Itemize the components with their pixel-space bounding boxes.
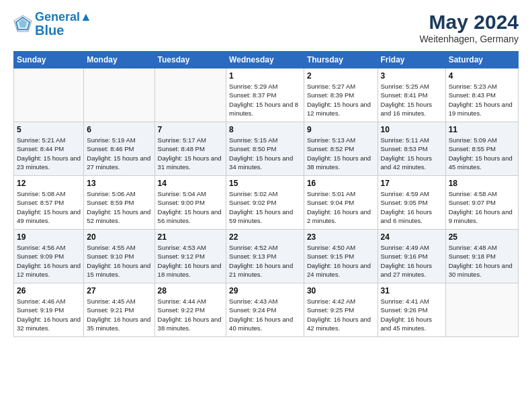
day-cell: 27Sunrise: 4:45 AMSunset: 9:21 PMDayligh… [84, 283, 154, 337]
main-title: May 2024 [419, 11, 519, 34]
day-number: 8 [229, 125, 301, 134]
day-number: 23 [307, 232, 375, 242]
day-number: 17 [381, 179, 443, 188]
day-info: Sunrise: 4:50 AMSunset: 9:15 PMDaylight:… [307, 243, 375, 279]
day-info: Sunrise: 5:08 AMSunset: 8:57 PMDaylight:… [17, 189, 81, 225]
page: General▲ Blue May 2024 Weitenhagen, Germ… [0, 0, 532, 348]
day-cell: 13Sunrise: 5:06 AMSunset: 8:59 PMDayligh… [84, 176, 154, 230]
day-info: Sunrise: 4:45 AMSunset: 9:21 PMDaylight:… [87, 297, 151, 332]
day-cell: 19Sunrise: 4:56 AMSunset: 9:09 PMDayligh… [14, 230, 84, 283]
header-row: SundayMondayTuesdayWednesdayThursdayFrid… [14, 52, 519, 68]
day-cell [154, 68, 226, 122]
day-info: Sunrise: 5:15 AMSunset: 8:50 PMDaylight:… [229, 136, 301, 171]
day-number: 11 [449, 125, 515, 134]
header-cell-friday: Friday [378, 52, 445, 68]
day-info: Sunrise: 5:13 AMSunset: 8:52 PMDaylight:… [307, 136, 375, 171]
day-number: 2 [307, 71, 375, 81]
day-info: Sunrise: 5:21 AMSunset: 8:44 PMDaylight:… [17, 136, 81, 171]
day-number: 19 [17, 232, 81, 242]
day-cell [84, 68, 154, 122]
week-row-4: 19Sunrise: 4:56 AMSunset: 9:09 PMDayligh… [14, 230, 519, 283]
day-cell: 3Sunrise: 5:25 AMSunset: 8:41 PMDaylight… [378, 68, 445, 122]
day-cell: 10Sunrise: 5:11 AMSunset: 8:53 PMDayligh… [378, 122, 445, 176]
day-cell: 12Sunrise: 5:08 AMSunset: 8:57 PMDayligh… [14, 176, 84, 230]
day-cell: 15Sunrise: 5:02 AMSunset: 9:02 PMDayligh… [226, 176, 304, 230]
day-cell: 25Sunrise: 4:48 AMSunset: 9:18 PMDayligh… [445, 230, 518, 283]
day-cell: 7Sunrise: 5:17 AMSunset: 8:48 PMDaylight… [154, 122, 226, 176]
logo-blue: Blue [35, 23, 92, 38]
day-cell: 8Sunrise: 5:15 AMSunset: 8:50 PMDaylight… [226, 122, 304, 176]
day-number: 6 [87, 125, 151, 134]
day-cell: 9Sunrise: 5:13 AMSunset: 8:52 PMDaylight… [304, 122, 378, 176]
header-cell-thursday: Thursday [304, 52, 378, 68]
day-cell: 4Sunrise: 5:23 AMSunset: 8:43 PMDaylight… [445, 68, 518, 122]
day-number: 29 [229, 286, 301, 295]
day-number: 27 [87, 286, 151, 295]
day-number: 28 [158, 286, 224, 295]
day-info: Sunrise: 4:53 AMSunset: 9:12 PMDaylight:… [158, 243, 224, 279]
day-cell [14, 68, 84, 122]
day-info: Sunrise: 4:56 AMSunset: 9:09 PMDaylight:… [17, 243, 81, 279]
day-cell: 11Sunrise: 5:09 AMSunset: 8:55 PMDayligh… [445, 122, 518, 176]
subtitle: Weitenhagen, Germany [419, 34, 519, 44]
day-info: Sunrise: 5:29 AMSunset: 8:37 PMDaylight:… [229, 82, 301, 118]
day-cell: 2Sunrise: 5:27 AMSunset: 8:39 PMDaylight… [304, 68, 378, 122]
day-cell: 28Sunrise: 4:44 AMSunset: 9:22 PMDayligh… [154, 283, 226, 337]
header-cell-saturday: Saturday [445, 52, 518, 68]
header-cell-monday: Monday [84, 52, 154, 68]
calendar-table: SundayMondayTuesdayWednesdayThursdayFrid… [13, 51, 519, 337]
day-number: 26 [17, 286, 81, 295]
day-cell [445, 283, 518, 337]
day-cell: 5Sunrise: 5:21 AMSunset: 8:44 PMDaylight… [14, 122, 84, 176]
day-info: Sunrise: 4:44 AMSunset: 9:22 PMDaylight:… [158, 297, 224, 332]
day-cell: 24Sunrise: 4:49 AMSunset: 9:16 PMDayligh… [378, 230, 445, 283]
day-number: 16 [307, 179, 375, 188]
day-number: 14 [158, 179, 224, 188]
day-info: Sunrise: 5:09 AMSunset: 8:55 PMDaylight:… [449, 136, 515, 171]
day-cell: 18Sunrise: 4:58 AMSunset: 9:07 PMDayligh… [445, 176, 518, 230]
day-number: 31 [381, 286, 443, 295]
day-number: 25 [449, 232, 515, 242]
day-info: Sunrise: 5:25 AMSunset: 8:41 PMDaylight:… [381, 82, 443, 118]
day-number: 30 [307, 286, 375, 295]
title-block: May 2024 Weitenhagen, Germany [419, 11, 519, 44]
week-row-1: 1Sunrise: 5:29 AMSunset: 8:37 PMDaylight… [14, 68, 519, 122]
day-cell: 14Sunrise: 5:04 AMSunset: 9:00 PMDayligh… [154, 176, 226, 230]
day-cell: 1Sunrise: 5:29 AMSunset: 8:37 PMDaylight… [226, 68, 304, 122]
header: General▲ Blue May 2024 Weitenhagen, Germ… [13, 11, 519, 44]
day-cell: 23Sunrise: 4:50 AMSunset: 9:15 PMDayligh… [304, 230, 378, 283]
day-number: 3 [381, 71, 443, 81]
day-number: 10 [381, 125, 443, 134]
day-cell: 16Sunrise: 5:01 AMSunset: 9:04 PMDayligh… [304, 176, 378, 230]
day-number: 20 [87, 232, 151, 242]
day-info: Sunrise: 4:48 AMSunset: 9:18 PMDaylight:… [449, 243, 515, 279]
day-number: 9 [307, 125, 375, 134]
day-info: Sunrise: 4:43 AMSunset: 9:24 PMDaylight:… [229, 297, 301, 332]
day-cell: 17Sunrise: 4:59 AMSunset: 9:05 PMDayligh… [378, 176, 445, 230]
header-cell-sunday: Sunday [14, 52, 84, 68]
day-info: Sunrise: 5:04 AMSunset: 9:00 PMDaylight:… [158, 189, 224, 225]
day-cell: 20Sunrise: 4:55 AMSunset: 9:10 PMDayligh… [84, 230, 154, 283]
day-info: Sunrise: 5:11 AMSunset: 8:53 PMDaylight:… [381, 136, 443, 171]
day-number: 5 [17, 125, 81, 134]
day-info: Sunrise: 4:46 AMSunset: 9:19 PMDaylight:… [17, 297, 81, 332]
day-cell: 26Sunrise: 4:46 AMSunset: 9:19 PMDayligh… [14, 283, 84, 337]
week-row-3: 12Sunrise: 5:08 AMSunset: 8:57 PMDayligh… [14, 176, 519, 230]
day-number: 22 [229, 232, 301, 242]
day-info: Sunrise: 5:17 AMSunset: 8:48 PMDaylight:… [158, 136, 224, 171]
day-number: 13 [87, 179, 151, 188]
day-info: Sunrise: 4:49 AMSunset: 9:16 PMDaylight:… [381, 243, 443, 279]
day-number: 24 [381, 232, 443, 242]
day-info: Sunrise: 4:58 AMSunset: 9:07 PMDaylight:… [449, 189, 515, 225]
day-number: 1 [229, 71, 301, 81]
week-row-5: 26Sunrise: 4:46 AMSunset: 9:19 PMDayligh… [14, 283, 519, 337]
logo-general: General [35, 10, 80, 24]
week-row-2: 5Sunrise: 5:21 AMSunset: 8:44 PMDaylight… [14, 122, 519, 176]
day-info: Sunrise: 4:42 AMSunset: 9:25 PMDaylight:… [307, 297, 375, 332]
day-info: Sunrise: 4:59 AMSunset: 9:05 PMDaylight:… [381, 189, 443, 225]
day-info: Sunrise: 5:02 AMSunset: 9:02 PMDaylight:… [229, 189, 301, 225]
header-cell-wednesday: Wednesday [226, 52, 304, 68]
day-cell: 31Sunrise: 4:41 AMSunset: 9:26 PMDayligh… [378, 283, 445, 337]
day-info: Sunrise: 5:27 AMSunset: 8:39 PMDaylight:… [307, 82, 375, 118]
logo-separator: ▲ [80, 10, 92, 24]
